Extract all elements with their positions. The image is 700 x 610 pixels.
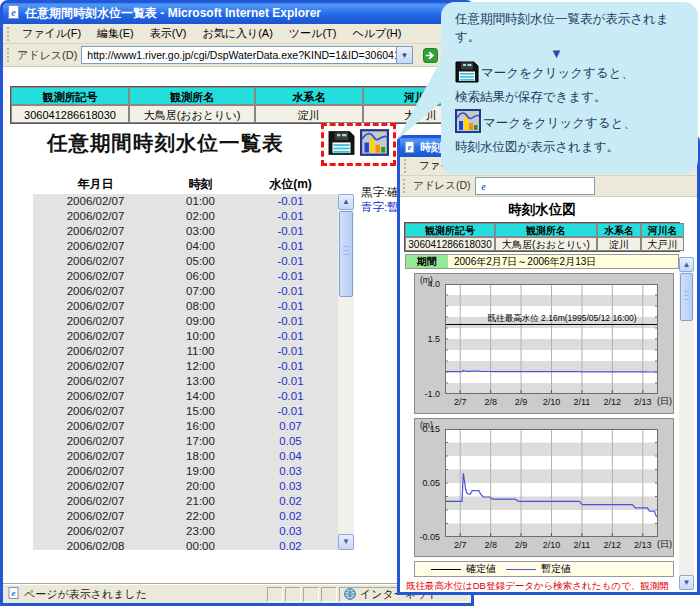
callout-save-help: マークをクリックすると、 検索結果が保存できます。 <box>455 61 688 106</box>
wl-val: 0.02 <box>243 509 338 524</box>
table-cell: 水系名 <box>597 223 641 237</box>
wl-time: 03:00 <box>158 224 243 239</box>
scroll-up-arrow[interactable]: ▲ <box>679 257 694 272</box>
y-tick-label: 0.15 <box>422 424 440 434</box>
wl-date: 2006/02/07 <box>33 314 158 329</box>
menu-item[interactable]: ツール(T) <box>282 24 344 43</box>
ie-page-icon: e <box>404 141 416 155</box>
column-header-time: 時刻 <box>158 176 243 193</box>
table-cell: 観測所名 <box>129 87 255 105</box>
svg-text:e: e <box>408 142 412 152</box>
water-level-row: 2006/02/0723:000.03 <box>33 524 338 539</box>
highlighted-icons-box <box>321 123 396 166</box>
x-axis-unit: (日) <box>657 395 672 408</box>
menu-item[interactable]: ヘルプ(H) <box>345 24 408 43</box>
callout-intro-text: 任意期間時刻水位一覧表が表示されます。 <box>455 10 688 46</box>
wl-val: -0.01 <box>243 254 338 269</box>
x-tick-label: 2/12 <box>604 397 622 407</box>
save-csv-button[interactable] <box>328 130 355 160</box>
wl-time: 19:00 <box>158 464 243 479</box>
wl-date: 2006/02/07 <box>33 449 158 464</box>
wl-time: 18:00 <box>158 449 243 464</box>
menu-item[interactable]: ファイル(F) <box>15 24 88 43</box>
station-info-table: 観測所記号観測所名水系名河川名306041286618030大鳥居(おおとりい)… <box>404 222 680 252</box>
address-input[interactable]: e http://www1.river.go.jp/cgi/DspWaterDa… <box>81 46 397 64</box>
chart-window-scrollbar[interactable]: ▲ ▼ <box>679 257 694 590</box>
menubar-grip[interactable] <box>404 159 407 173</box>
chart-addressbar: アドレス(D) e <box>400 176 697 197</box>
wl-date: 2006/02/07 <box>33 359 158 374</box>
water-level-row: 2006/02/0715:00-0.01 <box>33 404 338 419</box>
period-label: 期間 <box>406 255 448 268</box>
callout-chart-text-1: マークをクリックすると、 <box>483 116 636 130</box>
wl-time: 10:00 <box>158 329 243 344</box>
menu-item[interactable]: 編集(E) <box>90 24 141 43</box>
wl-date: 2006/02/07 <box>33 194 158 209</box>
wl-date: 2006/02/07 <box>33 524 158 539</box>
wl-time: 17:00 <box>158 434 243 449</box>
addressbar-grip[interactable] <box>7 48 10 62</box>
wl-val: -0.01 <box>243 404 338 419</box>
column-header-date: 年月日 <box>33 176 158 193</box>
wl-time: 21:00 <box>158 494 243 509</box>
legend-line-sample <box>431 569 461 570</box>
scroll-up-arrow[interactable]: ▲ <box>338 194 354 210</box>
table-cell: 淀川 <box>597 237 641 251</box>
list-scrollbar[interactable]: ▲ ▼ <box>338 194 354 550</box>
help-callout: 任意期間時刻水位一覧表が表示されます。 ▼ マークをクリックすると、 検索結果が… <box>441 2 698 174</box>
legend-line-sample <box>506 569 536 570</box>
table-cell: 観測所名 <box>495 223 597 237</box>
water-level-row: 2006/02/0702:00-0.01 <box>33 209 338 224</box>
scroll-thumb[interactable] <box>339 211 353 297</box>
wl-date: 2006/02/07 <box>33 209 158 224</box>
x-axis-ticks: 2/72/82/92/102/112/122/13 <box>445 540 658 552</box>
water-level-row: 2006/02/0722:000.02 <box>33 509 338 524</box>
chart-browser-window: e 時刻水位図 ファイル(F) アドレス(D) e 時刻水位図 観測所記号観測所… <box>397 135 700 595</box>
show-chart-button[interactable] <box>360 129 389 160</box>
address-input[interactable]: e <box>475 177 595 195</box>
water-level-row: 2006/02/0701:00-0.01 <box>33 194 338 209</box>
column-header-level: 水位(m) <box>243 176 338 193</box>
water-level-row: 2006/02/0706:00-0.01 <box>33 269 338 284</box>
scroll-thumb[interactable] <box>680 273 693 321</box>
water-level-row: 2006/02/0718:000.04 <box>33 449 338 464</box>
wl-time: 00:00 <box>158 539 243 550</box>
wl-val: -0.01 <box>243 314 338 329</box>
scroll-down-arrow[interactable]: ▼ <box>338 534 354 550</box>
svg-text:e: e <box>11 7 16 18</box>
menu-item[interactable]: 表示(V) <box>143 24 194 43</box>
svg-text:e: e <box>481 181 486 192</box>
callout-tail <box>397 58 441 142</box>
y-tick-label: 0.05 <box>422 478 440 488</box>
y-axis-ticks: 4.01.5-1.0 <box>415 284 443 394</box>
wl-date: 2006/02/07 <box>33 464 158 479</box>
menu-item[interactable]: お気に入り(A) <box>195 24 279 43</box>
menubar-grip[interactable] <box>7 27 10 41</box>
wl-date: 2006/02/07 <box>33 224 158 239</box>
wl-time: 09:00 <box>158 314 243 329</box>
table-cell: 河川名 <box>641 223 684 237</box>
legend-item: 暫定値 <box>506 562 571 576</box>
wl-time: 07:00 <box>158 284 243 299</box>
main-titlebar[interactable]: e 任意期間時刻水位一覧表 - Microsoft Internet Explo… <box>3 3 471 24</box>
main-window-title: 任意期間時刻水位一覧表 - Microsoft Internet Explore… <box>25 5 321 22</box>
wl-val: -0.01 <box>243 209 338 224</box>
wl-date: 2006/02/08 <box>33 539 158 550</box>
table-cell: 大鳥居(おおとりい) <box>495 237 597 251</box>
water-level-row: 2006/02/0712:00-0.01 <box>33 359 338 374</box>
water-level-row: 2006/02/0704:00-0.01 <box>33 239 338 254</box>
wl-date: 2006/02/07 <box>33 404 158 419</box>
wl-time: 06:00 <box>158 269 243 284</box>
list-column-headers: 年月日 時刻 水位(m) <box>33 176 338 193</box>
water-level-row: 2006/02/0707:00-0.01 <box>33 284 338 299</box>
main-menubar: ファイル(F)編集(E)表示(V)お気に入り(A)ツール(T)ヘルプ(H) <box>3 24 471 44</box>
wl-val: -0.01 <box>243 299 338 314</box>
wl-time: 08:00 <box>158 299 243 314</box>
svg-text:e: e <box>12 588 16 598</box>
down-arrow-icon: ▼ <box>425 47 688 60</box>
y-tick-label: -1.0 <box>424 389 440 399</box>
wl-date: 2006/02/07 <box>33 434 158 449</box>
scroll-down-arrow[interactable]: ▼ <box>679 575 694 590</box>
wl-val: 0.02 <box>243 539 338 550</box>
addressbar-grip[interactable] <box>403 179 406 193</box>
